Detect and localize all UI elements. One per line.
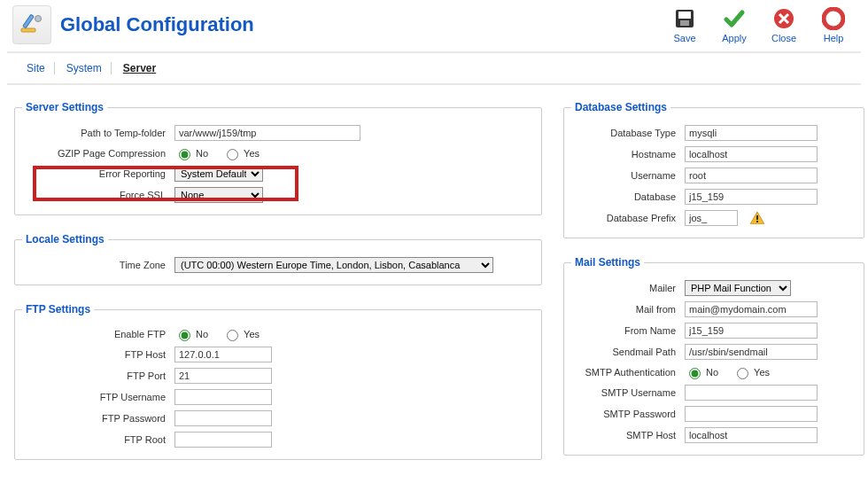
ftp-settings-group: FTP Settings Enable FTP No Yes FTP Host … bbox=[14, 303, 542, 460]
db-user-input[interactable] bbox=[685, 168, 818, 183]
content: Server Settings Path to Temp-folder GZIP… bbox=[7, 85, 861, 485]
from-name-label: From Name bbox=[571, 325, 685, 336]
warning-icon bbox=[750, 212, 764, 224]
smtp-user-input[interactable] bbox=[685, 385, 818, 401]
server-settings-legend: Server Settings bbox=[22, 101, 107, 113]
tab-system[interactable]: System bbox=[58, 62, 112, 74]
locale-settings-group: Locale Settings Time Zone (UTC 00:00) We… bbox=[14, 233, 542, 285]
server-settings-group: Server Settings Path to Temp-folder GZIP… bbox=[14, 101, 542, 215]
locale-settings-legend: Locale Settings bbox=[22, 233, 108, 246]
ftp-port-label: FTP Port bbox=[22, 370, 174, 381]
error-reporting-select[interactable]: System Default bbox=[174, 166, 263, 182]
database-settings-legend: Database Settings bbox=[571, 101, 670, 113]
ftp-host-input[interactable] bbox=[174, 347, 272, 362]
sendmail-label: Sendmail Path bbox=[571, 347, 685, 357]
ftp-enable-label: Enable FTP bbox=[22, 329, 174, 339]
ftp-settings-legend: FTP Settings bbox=[22, 303, 94, 316]
ftp-host-label: FTP Host bbox=[22, 349, 174, 360]
ftp-pass-label: FTP Password bbox=[22, 413, 174, 424]
svg-rect-9 bbox=[756, 215, 758, 220]
tab-bar: Site System Server bbox=[7, 53, 861, 85]
smtp-no-radio[interactable] bbox=[689, 368, 701, 379]
sendmail-input[interactable] bbox=[685, 344, 818, 360]
close-icon bbox=[771, 6, 796, 31]
apply-button[interactable]: Apply bbox=[716, 6, 753, 43]
smtp-host-label: SMTP Host bbox=[571, 430, 685, 440]
mail-from-label: Mail from bbox=[571, 304, 685, 315]
database-settings-group: Database Settings Database Type Hostname… bbox=[563, 101, 864, 238]
smtp-pass-input[interactable] bbox=[685, 406, 818, 422]
ftp-yes-radio[interactable] bbox=[227, 330, 238, 341]
db-type-input[interactable] bbox=[685, 125, 818, 141]
svg-rect-10 bbox=[756, 221, 758, 222]
save-icon bbox=[672, 6, 697, 31]
help-icon bbox=[821, 6, 846, 31]
smtp-auth-label: SMTP Authentication bbox=[571, 367, 685, 378]
db-prefix-label: Database Prefix bbox=[571, 213, 685, 223]
mail-settings-legend: Mail Settings bbox=[571, 256, 644, 269]
tab-site[interactable]: Site bbox=[18, 62, 55, 74]
ftp-no-radio[interactable] bbox=[179, 330, 190, 341]
force-ssl-select[interactable]: None bbox=[174, 187, 263, 203]
mail-from-input[interactable] bbox=[685, 301, 818, 317]
help-button[interactable]: Help bbox=[815, 6, 852, 43]
svg-rect-0 bbox=[21, 28, 35, 32]
mail-settings-group: Mail Settings Mailer PHP Mail Function M… bbox=[563, 256, 864, 456]
db-type-label: Database Type bbox=[571, 128, 685, 138]
page-title: Global Configuration bbox=[60, 13, 254, 36]
timezone-select[interactable]: (UTC 00:00) Western Europe Time, London,… bbox=[174, 257, 493, 273]
path-tmp-label: Path to Temp-folder bbox=[22, 128, 174, 138]
svg-point-8 bbox=[830, 15, 837, 22]
apply-icon bbox=[722, 6, 747, 31]
from-name-input[interactable] bbox=[685, 323, 818, 339]
ftp-user-input[interactable] bbox=[174, 389, 272, 405]
db-host-input[interactable] bbox=[685, 146, 818, 162]
ftp-root-input[interactable] bbox=[174, 432, 272, 448]
ftp-root-label: FTP Root bbox=[22, 434, 174, 445]
gzip-yes-radio[interactable] bbox=[227, 149, 238, 160]
toolbar: Save Apply Close Help bbox=[666, 6, 852, 43]
db-prefix-input[interactable] bbox=[685, 210, 738, 226]
ftp-pass-input[interactable] bbox=[174, 410, 272, 426]
config-icon bbox=[12, 5, 51, 44]
gzip-label: GZIP Page Compression bbox=[22, 148, 174, 159]
smtp-pass-label: SMTP Password bbox=[571, 409, 685, 419]
smtp-yes-radio[interactable] bbox=[737, 368, 748, 379]
svg-point-2 bbox=[35, 16, 42, 22]
save-button[interactable]: Save bbox=[666, 6, 703, 43]
mailer-label: Mailer bbox=[571, 283, 685, 293]
db-host-label: Hostname bbox=[571, 149, 685, 160]
db-name-label: Database bbox=[571, 191, 685, 202]
path-tmp-input[interactable] bbox=[174, 125, 360, 141]
mailer-select[interactable]: PHP Mail Function bbox=[685, 280, 791, 296]
ftp-port-input[interactable] bbox=[174, 368, 272, 384]
tab-server[interactable]: Server bbox=[114, 62, 165, 74]
smtp-user-label: SMTP Username bbox=[571, 387, 685, 398]
gzip-no-radio[interactable] bbox=[179, 149, 190, 160]
error-reporting-label: Error Reporting bbox=[22, 168, 174, 179]
ftp-user-label: FTP Username bbox=[22, 392, 174, 402]
force-ssl-label: Force SSL bbox=[22, 190, 174, 200]
timezone-label: Time Zone bbox=[22, 260, 174, 270]
header: Global Configuration Save Apply Close He… bbox=[7, 0, 861, 53]
db-name-input[interactable] bbox=[685, 189, 818, 205]
close-button[interactable]: Close bbox=[765, 6, 802, 43]
svg-rect-5 bbox=[680, 20, 689, 26]
svg-rect-1 bbox=[23, 14, 34, 27]
svg-rect-4 bbox=[678, 12, 691, 19]
db-user-label: Username bbox=[571, 170, 685, 181]
smtp-host-input[interactable] bbox=[685, 427, 818, 443]
